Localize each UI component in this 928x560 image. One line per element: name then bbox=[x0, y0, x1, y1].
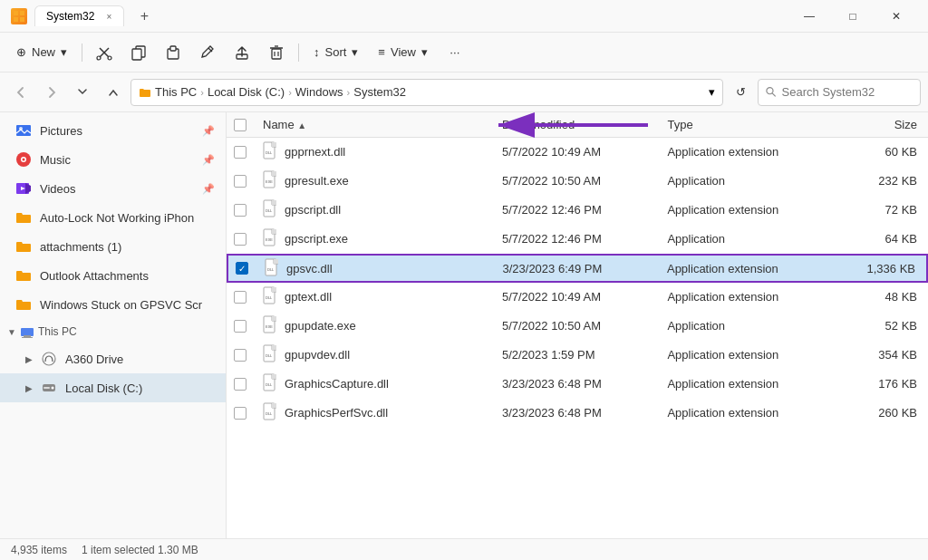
row-checkbox[interactable] bbox=[234, 204, 246, 217]
copy-button[interactable] bbox=[122, 38, 155, 67]
sidebar-item-attachments[interactable]: attachments (1) bbox=[0, 232, 226, 261]
header-name[interactable]: Name ▲ bbox=[259, 118, 498, 131]
svg-rect-36 bbox=[44, 387, 50, 389]
row-checkbox[interactable] bbox=[234, 233, 246, 246]
row-checkbox-col bbox=[234, 146, 259, 159]
sidebar-item-videos[interactable]: Videos 📌 bbox=[0, 174, 226, 203]
table-row[interactable]: EXEgpupdate.exe5/7/2022 10:50 AMApplicat… bbox=[227, 312, 928, 341]
close-tab-button[interactable]: × bbox=[102, 9, 116, 24]
svg-text:DLL: DLL bbox=[267, 267, 275, 272]
rename-button[interactable] bbox=[191, 38, 224, 67]
sidebar-item-outlook[interactable]: Outlook Attachments bbox=[0, 261, 226, 290]
recent-icon bbox=[76, 86, 89, 99]
recent-button[interactable] bbox=[69, 79, 96, 106]
sort-button[interactable]: ↕ Sort ▾ bbox=[304, 38, 367, 67]
table-row[interactable]: EXEgpscript.exe5/7/2022 12:46 PMApplicat… bbox=[227, 225, 928, 254]
sidebar-item-localdisk[interactable]: ▶ Local Disk (C:) bbox=[0, 373, 226, 402]
row-checkbox[interactable] bbox=[234, 320, 246, 333]
sidebar-item-windowsstuck[interactable]: Windows Stuck on GPSVC Scr bbox=[0, 290, 226, 319]
this-pc-header[interactable]: ▼ This PC bbox=[0, 319, 226, 344]
view-button[interactable]: ≡ View ▾ bbox=[369, 38, 437, 67]
up-button[interactable] bbox=[100, 79, 127, 106]
table-row[interactable]: DLLgpscript.dll5/7/2022 12:46 PMApplicat… bbox=[227, 196, 928, 225]
file-rows: DLLgpprnext.dll5/7/2022 10:49 AMApplicat… bbox=[227, 138, 928, 428]
sidebar-item-a360[interactable]: ▶ A360 Drive bbox=[0, 344, 226, 373]
tab-system32[interactable]: System32 × bbox=[34, 5, 124, 26]
table-row[interactable]: DLLGraphicsPerfSvc.dll3/23/2023 6:48 PMA… bbox=[227, 399, 928, 428]
search-input[interactable] bbox=[782, 85, 913, 99]
back-button[interactable] bbox=[7, 79, 34, 106]
view-label: View bbox=[391, 45, 416, 59]
header-type[interactable]: Type bbox=[663, 118, 829, 131]
header-date[interactable]: Date modified bbox=[498, 118, 664, 131]
row-checkbox[interactable] bbox=[234, 378, 246, 391]
svg-rect-41 bbox=[272, 171, 276, 176]
row-checkbox[interactable] bbox=[234, 349, 246, 362]
share-button[interactable] bbox=[226, 38, 258, 67]
sidebar-item-autolock-label: Auto-Lock Not Working iPhon bbox=[40, 211, 215, 225]
row-checkbox-col bbox=[234, 204, 259, 217]
file-icon: DLL bbox=[263, 373, 279, 394]
table-row[interactable]: DLLgpsvc.dll3/23/2023 6:49 PMApplication… bbox=[227, 254, 928, 283]
file-name-cell: DLLgptext.dll bbox=[259, 286, 498, 307]
svg-point-26 bbox=[23, 159, 25, 161]
header-size[interactable]: Size bbox=[829, 118, 921, 131]
row-checkbox-col bbox=[234, 233, 259, 246]
file-type-cell: Application bbox=[663, 174, 829, 188]
table-row[interactable]: DLLgpupvdev.dll5/2/2023 1:59 PMApplicati… bbox=[227, 341, 928, 370]
search-box[interactable] bbox=[758, 79, 921, 106]
file-list-header: Name ▲ Date modified Type Size bbox=[227, 112, 928, 138]
folder-icon bbox=[139, 86, 151, 99]
svg-text:EXE: EXE bbox=[266, 324, 273, 329]
svg-point-20 bbox=[767, 88, 773, 94]
search-icon bbox=[766, 86, 777, 98]
this-pc-label: This PC bbox=[38, 325, 77, 338]
file-size-cell: 260 KB bbox=[829, 406, 921, 420]
refresh-button[interactable]: ↺ bbox=[727, 79, 754, 106]
svg-rect-0 bbox=[14, 11, 18, 15]
sidebar-item-music[interactable]: Music 📌 bbox=[0, 145, 226, 174]
breadcrumb-thispc[interactable]: This PC bbox=[155, 85, 197, 99]
breadcrumb-localdisk[interactable]: Local Disk (C:) bbox=[208, 85, 285, 99]
header-checkbox[interactable] bbox=[234, 119, 259, 131]
row-checkbox[interactable] bbox=[234, 407, 246, 420]
row-checkbox[interactable] bbox=[234, 175, 246, 188]
select-all-checkbox[interactable] bbox=[234, 119, 246, 131]
file-date-cell: 5/2/2023 1:59 PM bbox=[498, 348, 664, 362]
file-date-cell: 5/7/2022 12:46 PM bbox=[498, 232, 664, 246]
row-checkbox[interactable] bbox=[236, 262, 248, 275]
sidebar-item-pictures[interactable]: Pictures 📌 bbox=[0, 116, 226, 145]
cut-button[interactable] bbox=[88, 38, 121, 67]
delete-icon bbox=[268, 44, 285, 61]
more-icon: ··· bbox=[450, 45, 459, 59]
file-icon: DLL bbox=[263, 141, 279, 162]
row-checkbox[interactable] bbox=[234, 146, 246, 159]
svg-rect-59 bbox=[272, 345, 276, 350]
new-button[interactable]: ⊕ New ▾ bbox=[7, 38, 76, 67]
breadcrumb-windows[interactable]: Windows bbox=[295, 85, 343, 99]
table-row[interactable]: DLLgpprnext.dll5/7/2022 10:49 AMApplicat… bbox=[227, 138, 928, 167]
tab-title: System32 bbox=[46, 10, 94, 23]
sidebar-item-autolock[interactable]: Auto-Lock Not Working iPhon bbox=[0, 203, 226, 232]
close-button[interactable]: ✕ bbox=[875, 2, 917, 31]
svg-rect-50 bbox=[274, 259, 278, 264]
table-row[interactable]: DLLgptext.dll5/7/2022 10:49 AMApplicatio… bbox=[227, 283, 928, 312]
localdisk-label: Local Disk (C:) bbox=[65, 381, 215, 395]
table-row[interactable]: DLLGraphicsCapture.dll3/23/2023 6:48 PMA… bbox=[227, 370, 928, 399]
more-button[interactable]: ··· bbox=[439, 38, 471, 67]
paste-button[interactable] bbox=[157, 38, 189, 67]
row-checkbox-col bbox=[234, 175, 259, 188]
this-pc-expand-icon: ▼ bbox=[7, 327, 16, 337]
file-date-cell: 5/7/2022 10:49 AM bbox=[498, 145, 664, 159]
forward-button[interactable] bbox=[38, 79, 65, 106]
minimize-button[interactable]: — bbox=[788, 2, 830, 31]
new-tab-button[interactable]: + bbox=[131, 4, 157, 29]
delete-button[interactable] bbox=[260, 38, 293, 67]
row-checkbox[interactable] bbox=[234, 291, 246, 304]
address-bar[interactable]: This PC › Local Disk (C:) › Windows › Sy… bbox=[130, 79, 723, 106]
maximize-button[interactable]: □ bbox=[832, 2, 874, 31]
table-row[interactable]: EXEgpresult.exe5/7/2022 10:50 AMApplicat… bbox=[227, 167, 928, 196]
folder-windowsstuck-icon bbox=[14, 295, 33, 314]
title-bar-left: System32 × + bbox=[11, 4, 157, 29]
breadcrumb-system32[interactable]: System32 bbox=[353, 85, 406, 99]
